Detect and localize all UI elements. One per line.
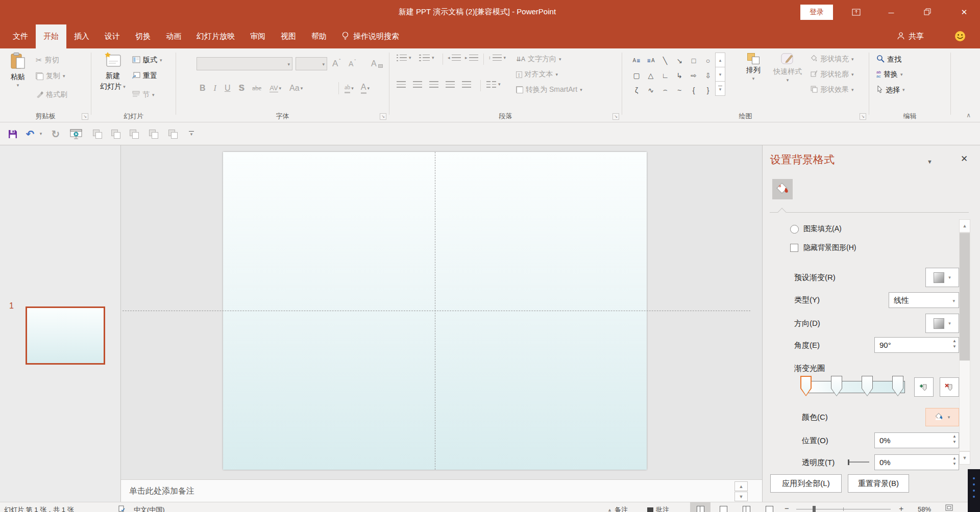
spin-up-icon[interactable]: ▲ xyxy=(952,339,957,343)
vertical-guide[interactable] xyxy=(435,152,435,470)
bullets-button[interactable]: ▾ xyxy=(397,55,411,61)
qat-disabled-button-1[interactable] xyxy=(90,122,105,145)
ribbon-display-options-button[interactable] xyxy=(844,0,868,24)
minimize-button[interactable]: ─ xyxy=(879,0,903,24)
align-left-icon[interactable] xyxy=(397,81,406,88)
close-button[interactable]: ✕ xyxy=(952,0,976,24)
numbering-button[interactable]: ▾ xyxy=(419,55,434,61)
preset-gradient-button[interactable]: ▾ xyxy=(925,268,959,287)
strikethrough-button[interactable]: abe xyxy=(252,84,261,92)
feedback-smiley-icon[interactable] xyxy=(954,31,966,43)
change-case-button[interactable]: Aa ▾ xyxy=(289,84,303,93)
shape-fill-button[interactable]: 形状填充 ▾ xyxy=(810,55,854,64)
slider-thumb[interactable] xyxy=(848,459,849,465)
increase-indent-button[interactable]: ▸ xyxy=(465,55,478,61)
gradient-stop-4[interactable] xyxy=(892,376,903,396)
slide-editing-area[interactable] xyxy=(121,145,762,479)
gradient-stop-2[interactable] xyxy=(831,376,842,396)
spin-down-icon[interactable]: ▼ xyxy=(952,440,957,444)
slide-sorter-view-button[interactable] xyxy=(713,502,733,512)
gallery-scroll-up[interactable]: ▴ xyxy=(715,53,725,67)
spin-up-icon[interactable]: ▲ xyxy=(952,434,957,439)
gallery-scroll-down[interactable]: ▾ xyxy=(715,67,725,82)
transparency-spinner[interactable]: 0% ▲▼ xyxy=(874,454,959,470)
save-button[interactable] xyxy=(5,122,20,145)
panel-scrollbar-track[interactable] xyxy=(959,233,970,451)
align-text-button[interactable]: ↕ 对齐文本 ▾ xyxy=(516,70,558,79)
undo-button[interactable]: ↶ xyxy=(22,122,38,145)
shape-line-arrow[interactable]: ↘ xyxy=(672,53,687,68)
notes-scroll-down[interactable]: ▼ xyxy=(734,492,748,501)
panel-options-caret[interactable]: ▼ xyxy=(927,159,933,165)
transparency-slider[interactable] xyxy=(848,462,869,463)
text-direction-button[interactable]: ⇊A 文字方向 ▾ xyxy=(516,55,561,64)
shape-left-brace[interactable]: { xyxy=(687,83,701,97)
shape-oval[interactable]: ○ xyxy=(701,53,715,68)
tell-me-search[interactable]: 操作说明搜索 xyxy=(341,24,399,48)
convert-smartart-button[interactable]: 转换为 SmartArt ▾ xyxy=(516,85,582,94)
distribute-icon[interactable] xyxy=(462,81,471,88)
language-button[interactable]: 中文(中国) xyxy=(134,505,165,512)
shape-arc[interactable]: ⌢ xyxy=(658,83,672,97)
spin-down-icon[interactable]: ▼ xyxy=(952,462,957,466)
shape-outline-button[interactable]: 形状轮廓 ▾ xyxy=(810,70,854,79)
notes-scroll-up[interactable]: ▲ xyxy=(734,481,748,491)
redo-button[interactable]: ↻ xyxy=(48,122,63,145)
paste-button[interactable]: 粘贴 ▾ xyxy=(4,52,32,88)
shape-elbow-connector[interactable]: ∟ xyxy=(658,68,672,83)
add-gradient-stop-button[interactable] xyxy=(914,377,934,397)
qat-disabled-button-3[interactable] xyxy=(127,122,142,145)
character-spacing-button[interactable]: AV ▾ xyxy=(270,84,281,92)
zoom-out-button[interactable]: − xyxy=(785,504,789,512)
panel-scroll-down[interactable]: ▼ xyxy=(959,451,970,465)
line-spacing-button[interactable]: ↕ ▾ xyxy=(488,55,506,61)
grow-font-button[interactable]: Aˆ xyxy=(332,57,340,70)
reading-view-button[interactable] xyxy=(736,502,756,512)
layout-button[interactable]: 版式 ▾ xyxy=(132,56,162,65)
tab-design[interactable]: 设计 xyxy=(97,24,128,48)
panel-scroll-up[interactable]: ▲ xyxy=(959,219,970,233)
qat-overflow-button[interactable]: ▾ xyxy=(186,122,197,145)
shape-curve[interactable]: ~ xyxy=(672,83,687,97)
shape-text-box[interactable]: A xyxy=(629,53,644,68)
qat-disabled-button-5[interactable] xyxy=(165,122,181,145)
find-button[interactable]: 查找 xyxy=(876,55,901,64)
align-right-icon[interactable] xyxy=(429,81,438,88)
hide-background-option[interactable]: 隐藏背景图形(H) xyxy=(790,243,856,252)
angle-spinner[interactable]: 90° ▲▼ xyxy=(874,337,959,353)
clipboard-dialog-launcher[interactable]: ↘ xyxy=(82,113,88,120)
shape-rounded-rectangle[interactable]: ▢ xyxy=(629,68,644,83)
tab-home[interactable]: 开始 xyxy=(36,24,66,48)
shape-vertical-text-box[interactable]: A xyxy=(644,53,658,68)
login-button[interactable]: 登录 xyxy=(800,5,833,20)
spellcheck-icon[interactable] xyxy=(118,505,125,512)
align-center-icon[interactable] xyxy=(413,81,422,88)
gradient-stop-3[interactable] xyxy=(862,376,873,396)
gradient-stop-1[interactable] xyxy=(800,376,812,396)
italic-button[interactable]: I xyxy=(214,84,216,93)
reset-background-button[interactable]: 重置背景(B) xyxy=(848,474,909,493)
notes-toggle-button[interactable]: ▲ 备注 xyxy=(607,505,628,512)
shape-elbow-arrow[interactable]: ↳ xyxy=(672,68,687,83)
slideshow-view-button[interactable] xyxy=(759,502,779,512)
undo-dropdown[interactable]: ▾ xyxy=(38,122,44,145)
font-name-combo[interactable]: ▾ xyxy=(197,57,292,70)
bold-button[interactable]: B xyxy=(200,84,206,93)
tab-file[interactable]: 文件 xyxy=(5,24,36,48)
tab-animations[interactable]: 动画 xyxy=(158,24,189,48)
shape-effects-button[interactable]: 形状效果 ▾ xyxy=(810,85,854,94)
collapse-ribbon-button[interactable]: ∧ xyxy=(966,112,971,119)
horizontal-guide[interactable] xyxy=(122,311,750,311)
clear-formatting-button[interactable]: A xyxy=(371,57,383,70)
shape-right-brace[interactable]: } xyxy=(701,83,715,97)
shape-freeform[interactable]: ζ xyxy=(629,83,644,97)
quick-styles-button[interactable]: 快速样式 ▾ xyxy=(770,53,805,83)
zoom-level[interactable]: 58% xyxy=(918,505,931,512)
stop-color-button[interactable]: ▾ xyxy=(925,408,959,426)
tab-review[interactable]: 审阅 xyxy=(242,24,273,48)
start-slideshow-button[interactable] xyxy=(67,122,85,145)
position-spinner[interactable]: 0% ▲▼ xyxy=(874,432,959,448)
normal-view-button[interactable] xyxy=(690,502,710,512)
tab-slideshow[interactable]: 幻灯片放映 xyxy=(189,24,242,48)
type-dropdown[interactable]: 线性 ▾ xyxy=(889,292,959,308)
